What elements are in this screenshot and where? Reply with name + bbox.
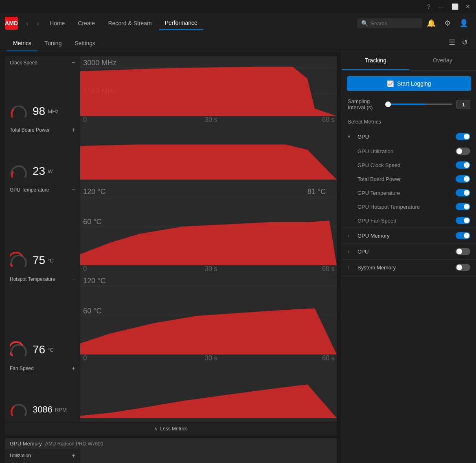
help-icon[interactable]: ? [424,2,434,11]
start-logging-button[interactable]: 📈 Start Logging [347,76,471,91]
gpu-temp-info: GPU Temperature − 75 °C [5,183,80,273]
chart-x-mid: 30 s [205,116,217,123]
amd-logo: AMD [5,17,18,30]
list-view-icon[interactable]: ☰ [447,36,457,49]
board-power-row: Total Board Power + 23 W [5,123,337,183]
hotspot-temp-value: 76 [33,343,45,356]
total-board-power-name: Total Board Power [358,176,452,182]
gpu-group-toggle[interactable] [456,133,470,140]
svg-text:120 °C: 120 °C [83,276,105,284]
hotspot-temp-row: Hotspot Temperature − 76 °C [5,273,337,362]
select-metrics-label: Select Metrics [342,116,476,129]
gpu-clock-speed-toggle[interactable] [456,161,470,169]
gpu-clock-speed-name: GPU Clock Speed [358,162,452,168]
system-memory-group-name: System Memory [358,265,452,271]
clock-speed-gauge [10,102,28,120]
clock-speed-chart: 3000 MHz 1500 MHz 30 s 60 s 0 [80,56,337,123]
gpu-memory-group-name: GPU Memory [358,233,452,239]
sampling-slider[interactable] [385,104,452,105]
fan-speed-toggle-btn[interactable]: + [72,365,75,372]
gpu-temp-title: GPU Temperature [10,187,49,193]
sampling-value: 1 [456,100,470,109]
clock-speed-toggle-btn[interactable]: − [72,60,75,66]
tab-metrics[interactable]: Metrics [7,36,38,51]
total-board-power-toggle[interactable] [456,175,470,183]
svg-marker-17 [80,309,337,355]
fan-speed-info: Fan Speed + 3086 RPM [5,362,80,422]
left-panel: Clock Speed − 98 MHz [0,51,342,463]
hotspot-temp-chart: 120 °C 60 °C 30 s 60 s 0 [80,273,337,362]
gpu-hotspot-toggle[interactable] [456,203,470,210]
gpu-utilization-toggle[interactable] [456,148,470,155]
board-power-unit: W [48,168,53,174]
metric-group-gpu-memory-header[interactable]: › GPU Memory [342,228,476,243]
search-box[interactable]: 🔍 [357,18,422,28]
svg-marker-3 [80,144,337,179]
metric-group-gpu: ▾ GPU GPU Utilization GPU Clock Speed [342,129,476,228]
metric-group-gpu-header[interactable]: ▾ GPU [342,129,476,144]
board-power-value: 23 [33,165,45,178]
nav-record[interactable]: Record & Stream [102,17,157,30]
chart-y-top: 3000 MHz [83,59,116,67]
board-power-gauge [10,162,28,180]
titlebar: ? — ⬜ ✕ [0,0,476,13]
hotspot-temp-unit: °C [48,347,54,353]
cpu-group-name: CPU [358,249,452,255]
gpu-memory-group-toggle[interactable] [456,232,470,239]
mem-utilization-toggle-btn[interactable]: + [72,452,75,459]
svg-text:60 s: 60 s [322,265,335,272]
right-tab-overlay[interactable]: Overlay [409,51,476,70]
clock-speed-title: Clock Speed [10,60,37,66]
forward-button[interactable]: › [33,18,42,29]
nav-performance[interactable]: Performance [159,16,203,30]
gpu-fan-speed-toggle[interactable] [456,217,470,224]
minimize-button[interactable]: — [437,2,447,11]
gpu-memory-label: GPU Memory [10,441,42,447]
right-tab-tracking[interactable]: Tracking [342,51,409,70]
sub-gpu-fan-speed: GPU Fan Speed [342,214,476,227]
board-power-title: Total Board Power [10,127,50,133]
metric-group-cpu-header[interactable]: › CPU [342,244,476,259]
close-button[interactable]: ✕ [463,2,473,11]
refresh-icon[interactable]: ↺ [460,36,469,49]
sub-gpu-temperature: GPU Temperature [342,186,476,200]
hotspot-temp-title: Hotspot Temperature [10,276,55,282]
maximize-button[interactable]: ⬜ [450,2,460,11]
chart-icon: 📈 [387,80,394,87]
right-panel: Tracking Overlay 📈 Start Logging Samplin… [342,51,476,463]
sub-total-board-power: Total Board Power [342,172,476,186]
less-metrics-gpu-btn[interactable]: ∧ Less Metrics [5,423,337,435]
svg-text:60 s: 60 s [322,354,335,362]
hotspot-temp-toggle-btn[interactable]: − [72,276,75,282]
svg-text:120 °C: 120 °C [83,187,105,195]
gpu-temperature-toggle[interactable] [456,189,470,196]
tab-tuning[interactable]: Tuning [38,36,68,51]
settings-button[interactable]: ⚙ [440,16,455,31]
mem-utilization-title: Utilization [10,453,31,459]
sub-gpu-clock-speed: GPU Clock Speed [342,158,476,172]
board-power-toggle-btn[interactable]: + [72,127,75,133]
search-input[interactable] [371,20,415,26]
fan-speed-value: 3086 [33,404,53,415]
svg-text:30 s: 30 s [205,354,217,362]
chevron-down-icon: ▾ [348,134,354,139]
gpu-temp-toggle-btn[interactable]: − [72,187,75,193]
user-button[interactable]: 👤 [456,16,471,31]
gpu-group-name: GPU [358,134,452,140]
start-logging-label: Start Logging [397,80,431,87]
notifications-button[interactable]: 🔔 [424,16,439,31]
system-memory-group-toggle[interactable] [456,264,470,271]
metric-group-cpu: › CPU [342,244,476,260]
nav-create[interactable]: Create [72,17,101,30]
back-button[interactable]: ‹ [23,18,32,29]
gpu-temp-gauge [10,251,28,269]
clock-speed-row: Clock Speed − 98 MHz [5,56,337,123]
cpu-group-toggle[interactable] [456,248,470,255]
tabs-bar: Metrics Tuning Settings ☰ ↺ [0,33,476,51]
tab-settings[interactable]: Settings [68,36,102,51]
nav-home[interactable]: Home [44,17,70,30]
metric-group-system-memory-header[interactable]: › System Memory [342,260,476,275]
fan-speed-gauge [10,401,28,419]
svg-text:60 °C: 60 °C [83,218,101,226]
gpu-section: Clock Speed − 98 MHz [5,56,337,422]
